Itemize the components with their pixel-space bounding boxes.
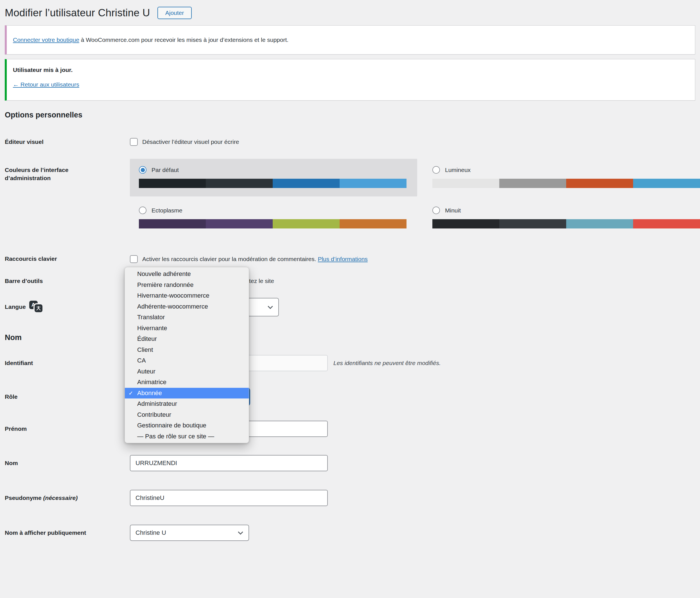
more-info-link[interactable]: Plus d’informations — [318, 256, 368, 262]
swatch — [432, 179, 499, 188]
swatch — [273, 179, 340, 188]
scheme-swatch-bar — [432, 179, 700, 188]
role-options-list: ✓Nouvelle adhérente✓Première randonnée✓H… — [125, 269, 249, 442]
radio-scheme-ectoplasm[interactable] — [139, 207, 147, 214]
swatch — [432, 219, 499, 229]
chevron-down-icon — [268, 304, 273, 309]
translation-icon-char — [34, 304, 43, 312]
chevron-down-icon — [238, 529, 243, 535]
scheme-name: Lumineux — [445, 167, 471, 173]
role-option[interactable]: ✓Translator — [125, 312, 249, 323]
role-option[interactable]: ✓Animatrice — [125, 377, 249, 388]
role-option[interactable]: ✓Contributeur — [125, 410, 249, 420]
role-option[interactable]: ✓— Pas de rôle sur ce site — — [125, 431, 249, 442]
keyboard-shortcuts-text: Activer les raccourcis clavier pour la m… — [142, 256, 316, 262]
radio-scheme-default[interactable] — [139, 166, 147, 174]
row-keyboard-shortcuts: Raccourcis clavier ✓ Activer les raccour… — [5, 255, 695, 263]
keyboard-shortcuts-label: Raccourcis clavier — [5, 255, 130, 263]
section-personal-options: Options personnelles — [5, 111, 695, 120]
connect-store-link[interactable]: Connecter votre boutique — [13, 36, 79, 43]
visual-editor-checkbox-label: Désactiver l’éditeur visuel pour écrire — [142, 138, 239, 145]
row-role: Rôle ✓Nouvelle adhérente✓Première randon… — [5, 388, 695, 406]
add-user-button[interactable]: Ajouter — [157, 7, 192, 19]
display-name-label: Nom à afficher publiquement — [5, 529, 130, 537]
row-language: LangueA — [5, 298, 695, 316]
nickname-required-note: (nécessaire) — [43, 495, 78, 501]
visual-editor-label: Éditeur visuel — [5, 138, 130, 146]
swatch — [206, 219, 273, 229]
role-option[interactable]: ✓CA — [125, 355, 249, 366]
row-toolbar: Barre d’outils ✓ Afficher la barre d’out… — [5, 277, 695, 285]
radio-scheme-light[interactable] — [432, 166, 440, 174]
page-header: Modifier l’utilisateur Christine U Ajout… — [5, 0, 695, 19]
woocommerce-notice-text: Connecter votre boutique à WooCommerce.c… — [13, 36, 289, 43]
back-to-users-link[interactable]: ← Retour aux utilisateurs — [13, 81, 79, 88]
toolbar-label: Barre d’outils — [5, 277, 130, 285]
row-username: Identifiant Les identifiants ne peuvent … — [5, 355, 695, 371]
language-label: Langue — [5, 304, 26, 310]
role-option[interactable]: ✓Administrateur — [125, 398, 249, 410]
success-message: Utilisateur mis à jour. — [13, 67, 689, 73]
translation-icon: A — [29, 301, 43, 314]
scheme-name: Par défaut — [152, 167, 179, 173]
username-description: Les identifiants ne peuvent être modifié… — [333, 360, 441, 366]
swatch — [566, 219, 633, 229]
swatch — [499, 179, 566, 188]
section-name: Nom — [5, 333, 695, 342]
row-display-name: Nom à afficher publiquement Christine U — [5, 525, 695, 541]
first-name-label: Prénom — [5, 425, 130, 433]
role-option[interactable]: ✓Nouvelle adhérente — [125, 269, 249, 280]
role-dropdown: ✓Nouvelle adhérente✓Première randonnée✓H… — [125, 267, 249, 443]
user-edit-page: Modifier l’utilisateur Christine U Ajout… — [0, 0, 700, 598]
color-scheme-ectoplasm[interactable]: Ectoplasme — [130, 199, 417, 237]
visual-editor-checkbox[interactable]: ✓ — [130, 138, 138, 146]
display-name-select[interactable]: Christine U — [130, 525, 249, 541]
role-option[interactable]: ✓Gestionnaire de boutique — [125, 420, 249, 431]
admin-colors-label: Couleurs de l’interface d’administration — [5, 159, 130, 182]
role-option[interactable]: ✓Éditeur — [125, 334, 249, 344]
keyboard-shortcuts-checkbox[interactable]: ✓ — [130, 255, 138, 263]
last-name-label: Nom — [5, 459, 130, 467]
swatch — [499, 219, 566, 229]
scheme-name: Ectoplasme — [152, 207, 182, 214]
role-option[interactable]: ✓Adhérente-woocommerce — [125, 301, 249, 312]
color-schemes-grid: Par défaut Lumineux Ectoplasme — [130, 159, 700, 237]
nickname-label: Pseudonyme — [5, 495, 42, 501]
radio-scheme-midnight[interactable] — [432, 207, 440, 214]
last-name-input[interactable] — [130, 455, 328, 471]
role-option[interactable]: ✓Hivernante-woocommerce — [125, 290, 249, 301]
nickname-input[interactable] — [130, 490, 328, 506]
role-label: Rôle — [5, 393, 130, 401]
woocommerce-notice: Connecter votre boutique à WooCommerce.c… — [5, 25, 695, 54]
role-option[interactable]: ✓Hivernante — [125, 323, 249, 334]
role-option[interactable]: ✓Client — [125, 344, 249, 356]
role-option[interactable]: ✓Première randonnée — [125, 280, 249, 291]
nickname-label-wrap: Pseudonyme (nécessaire) — [5, 494, 130, 502]
scheme-name: Minuit — [445, 207, 461, 214]
swatch — [139, 219, 206, 229]
keyboard-shortcuts-checkbox-label: Activer les raccourcis clavier pour la m… — [142, 256, 368, 262]
selected-check-icon: ✓ — [128, 390, 133, 396]
row-first-name: Prénom — [5, 421, 695, 437]
role-option[interactable]: ✓Abonnée — [125, 388, 249, 399]
swatch — [566, 179, 633, 188]
scheme-swatch-bar — [139, 219, 406, 229]
language-label-wrap: LangueA — [5, 301, 130, 314]
display-name-value: Christine U — [135, 529, 166, 537]
swatch — [340, 219, 406, 229]
scheme-swatch-bar — [139, 179, 406, 188]
success-notice: Utilisateur mis à jour. ← Retour aux uti… — [5, 59, 695, 101]
radio-dot — [141, 168, 145, 172]
color-scheme-default[interactable]: Par défaut — [130, 159, 417, 197]
color-scheme-light[interactable]: Lumineux — [423, 159, 700, 197]
color-scheme-midnight[interactable]: Minuit — [423, 199, 700, 237]
swatch — [139, 179, 206, 188]
row-admin-colors: Couleurs de l’interface d’administration… — [5, 159, 695, 237]
role-option[interactable]: ✓Auteur — [125, 366, 249, 377]
row-last-name: Nom — [5, 455, 695, 471]
row-nickname: Pseudonyme (nécessaire) — [5, 490, 695, 506]
swatch — [633, 219, 700, 229]
swatch — [633, 179, 700, 188]
username-label: Identifiant — [5, 359, 130, 367]
swatch — [206, 179, 273, 188]
